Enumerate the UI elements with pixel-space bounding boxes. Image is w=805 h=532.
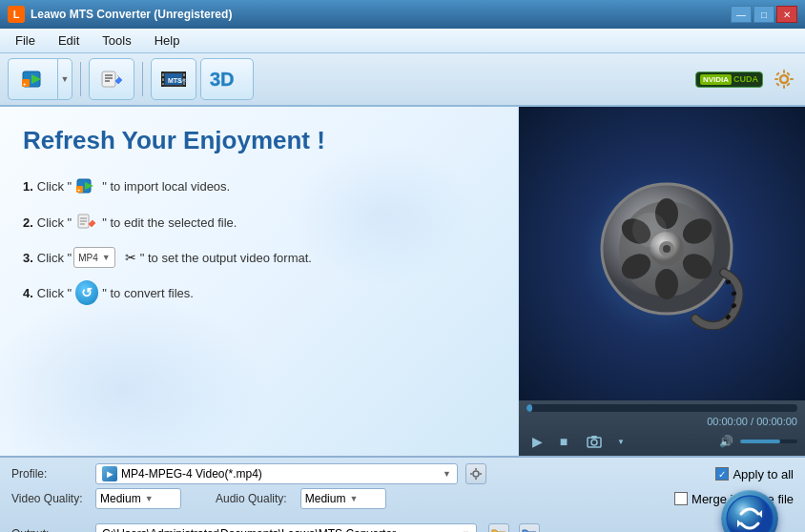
3d-button[interactable]: 3D bbox=[200, 58, 254, 100]
step3-prefix: Click " bbox=[37, 251, 72, 265]
volume-control: 🔊 bbox=[715, 431, 797, 452]
step1-num: 1. bbox=[23, 179, 33, 194]
svg-text:→MP4: →MP4 bbox=[174, 78, 188, 84]
convert-button[interactable]: MTS →MP4 bbox=[151, 58, 196, 100]
title-bar: L Leawo MTS Converter (Unregistered) — □… bbox=[0, 0, 805, 29]
menu-file[interactable]: File bbox=[4, 31, 47, 51]
film-reel-image bbox=[581, 177, 743, 330]
settings-wrench-button[interactable] bbox=[771, 66, 797, 92]
menu-edit[interactable]: Edit bbox=[47, 31, 91, 51]
output-path[interactable]: C:\Users\Administrator\Documents\Leawo\M… bbox=[95, 523, 477, 532]
left-panel: Refresh Your Enjoyment ! 1. Click " + " … bbox=[0, 107, 519, 456]
main-area: Refresh Your Enjoyment ! 1. Click " + " … bbox=[0, 107, 805, 456]
edit-video-button[interactable] bbox=[89, 58, 134, 100]
audio-quality-arrow: ▼ bbox=[349, 494, 358, 503]
app-icon: L bbox=[8, 6, 25, 23]
add-video-button[interactable]: + bbox=[8, 58, 57, 100]
svg-text:+: + bbox=[77, 187, 81, 193]
video-quality-value: Medium bbox=[100, 492, 141, 505]
svg-text:3D: 3D bbox=[210, 69, 235, 90]
profile-row: Profile: ▶ MP4-MPEG-4 Video(*.mp4) ▼ ✓ A… bbox=[11, 463, 794, 484]
welcome-title: Refresh Your Enjoyment ! bbox=[23, 126, 495, 155]
svg-rect-26 bbox=[790, 78, 794, 80]
cuda-text: CUDA bbox=[733, 74, 758, 84]
apply-all-label: Apply to all bbox=[733, 467, 794, 481]
step2-num: 2. bbox=[23, 215, 33, 230]
svg-rect-14 bbox=[162, 83, 164, 85]
instruction-step-2: 2. Click " " to edit the selected file. bbox=[23, 211, 495, 234]
add-video-dropdown[interactable]: ▼ bbox=[57, 58, 72, 100]
video-quality-label: Video Quality: bbox=[11, 492, 88, 505]
maximize-button[interactable]: □ bbox=[753, 6, 774, 23]
svg-line-8 bbox=[117, 75, 119, 77]
open-folder-button[interactable] bbox=[488, 523, 509, 532]
audio-quality-select[interactable]: Medium ▼ bbox=[300, 488, 386, 509]
instruction-step-1: 1. Click " + " to import local videos. bbox=[23, 174, 495, 197]
close-button[interactable]: ✕ bbox=[776, 6, 797, 23]
playback-controls: ▶ ■ ▼ 🔊 bbox=[526, 431, 797, 452]
step3-suffix: " to set the output video format. bbox=[140, 251, 312, 265]
instruction-step-3: 3. Click " MP4 ▼ ✂ " to set the output v… bbox=[23, 247, 495, 268]
step1-suffix: " to import local videos. bbox=[102, 179, 230, 194]
profile-value: MP4-MPEG-4 Video(*.mp4) bbox=[121, 467, 439, 481]
profile-select[interactable]: ▶ MP4-MPEG-4 Video(*.mp4) ▼ bbox=[95, 463, 458, 484]
volume-fill bbox=[740, 440, 780, 443]
menu-help[interactable]: Help bbox=[143, 31, 192, 51]
svg-point-55 bbox=[632, 213, 667, 247]
output-row: Output: C:\Users\Administrator\Documents… bbox=[11, 513, 794, 532]
time-display: 00:00:00 / 00:00:00 bbox=[526, 416, 797, 427]
window-controls: — □ ✕ bbox=[731, 6, 797, 23]
bottom-settings-area: Profile: ▶ MP4-MPEG-4 Video(*.mp4) ▼ ✓ A… bbox=[0, 456, 805, 532]
step4-prefix: Click " bbox=[37, 286, 72, 300]
profile-settings-button[interactable] bbox=[465, 463, 486, 484]
svg-point-59 bbox=[473, 471, 479, 477]
browse-folder-button[interactable] bbox=[519, 523, 540, 532]
video-quality-select[interactable]: Medium ▼ bbox=[95, 488, 181, 509]
right-panel: 00:00:00 / 00:00:00 ▶ ■ ▼ 🔊 bbox=[519, 107, 805, 456]
seek-bar-fill bbox=[526, 404, 532, 412]
stop-button[interactable]: ■ bbox=[553, 431, 574, 452]
svg-point-50 bbox=[663, 245, 671, 253]
toolbar: + ▼ MTS bbox=[0, 53, 805, 107]
profile-dropdown-arrow: ▼ bbox=[443, 469, 451, 479]
window-title: Leawo MTS Converter (Unregistered) bbox=[31, 8, 731, 21]
output-path-value: C:\Users\Administrator\Documents\Leawo\M… bbox=[102, 527, 458, 532]
video-quality-arrow: ▼ bbox=[145, 494, 154, 503]
menu-bar: File Edit Tools Help bbox=[0, 29, 805, 53]
profile-label: Profile: bbox=[11, 467, 88, 481]
merge-checkbox[interactable] bbox=[674, 492, 688, 505]
snapshot-dropdown[interactable]: ▼ bbox=[610, 431, 631, 452]
volume-icon[interactable]: 🔊 bbox=[715, 431, 736, 452]
svg-rect-4 bbox=[102, 72, 115, 87]
big-convert-button[interactable] bbox=[721, 490, 778, 532]
svg-rect-27 bbox=[775, 72, 779, 75]
play-button[interactable]: ▶ bbox=[526, 431, 547, 452]
svg-rect-13 bbox=[162, 78, 164, 81]
cuda-badge: NVIDIA CUDA bbox=[695, 72, 763, 88]
video-preview bbox=[519, 107, 805, 400]
current-time: 00:00:00 bbox=[707, 416, 748, 427]
apply-all-area: ✓ Apply to all bbox=[715, 467, 794, 481]
apply-all-checkbox[interactable]: ✓ bbox=[715, 467, 729, 481]
step2-suffix: " to edit the selected file. bbox=[102, 215, 237, 230]
svg-rect-24 bbox=[783, 85, 785, 89]
nvidia-logo: NVIDIA bbox=[700, 74, 732, 85]
audio-quality-label: Audio Quality: bbox=[216, 492, 287, 505]
apply-all-checkbox-wrapper: ✓ Apply to all bbox=[715, 467, 794, 481]
volume-slider[interactable] bbox=[740, 440, 797, 443]
toolbar-separator-2 bbox=[142, 62, 143, 96]
step3-num: 3. bbox=[23, 251, 33, 265]
seek-bar[interactable] bbox=[526, 404, 797, 412]
video-controls: 00:00:00 / 00:00:00 ▶ ■ ▼ 🔊 bbox=[519, 400, 805, 456]
edit-icon bbox=[75, 211, 98, 234]
step4-num: 4. bbox=[23, 286, 33, 300]
minimize-button[interactable]: — bbox=[731, 6, 752, 23]
toolbar-separator-1 bbox=[80, 62, 81, 96]
audio-quality-value: Medium bbox=[305, 492, 346, 505]
total-time: 00:00:00 bbox=[756, 416, 797, 427]
format-mini-dropdown: MP4 ▼ bbox=[73, 247, 114, 268]
menu-tools[interactable]: Tools bbox=[91, 31, 142, 51]
svg-rect-51 bbox=[726, 280, 732, 285]
snapshot-button[interactable] bbox=[584, 431, 605, 452]
step2-prefix: Click " bbox=[37, 215, 72, 230]
